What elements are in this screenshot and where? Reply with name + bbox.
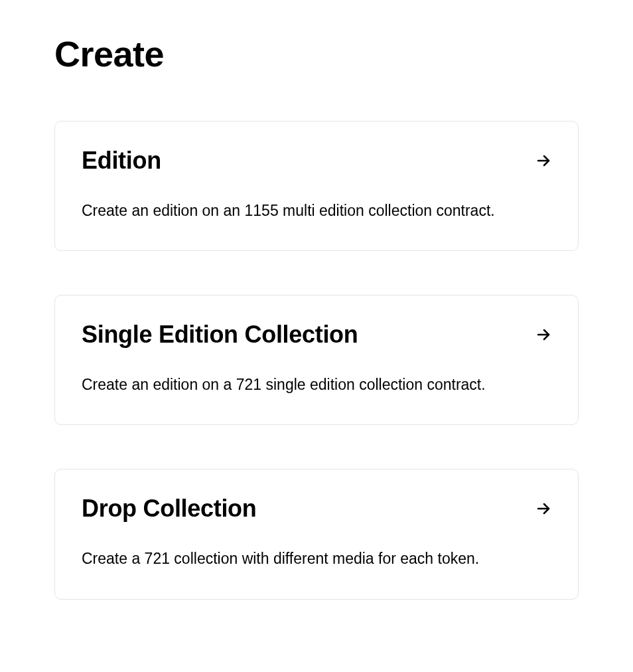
card-header: Drop Collection bbox=[82, 495, 551, 523]
card-drop-collection[interactable]: Drop Collection Create a 721 collection … bbox=[54, 469, 579, 599]
card-header: Edition bbox=[82, 147, 551, 175]
card-title: Drop Collection bbox=[82, 495, 257, 523]
page-title: Create bbox=[54, 33, 579, 74]
card-description: Create a 721 collection with different m… bbox=[82, 548, 551, 569]
card-description: Create an edition on a 721 single editio… bbox=[82, 374, 551, 395]
arrow-right-icon bbox=[535, 327, 551, 343]
card-description: Create an edition on an 1155 multi editi… bbox=[82, 200, 551, 221]
arrow-right-icon bbox=[535, 501, 551, 517]
card-title: Edition bbox=[82, 147, 161, 175]
card-header: Single Edition Collection bbox=[82, 321, 551, 349]
card-edition[interactable]: Edition Create an edition on an 1155 mul… bbox=[54, 121, 579, 251]
arrow-right-icon bbox=[535, 153, 551, 169]
card-single-edition-collection[interactable]: Single Edition Collection Create an edit… bbox=[54, 295, 579, 425]
card-title: Single Edition Collection bbox=[82, 321, 358, 349]
